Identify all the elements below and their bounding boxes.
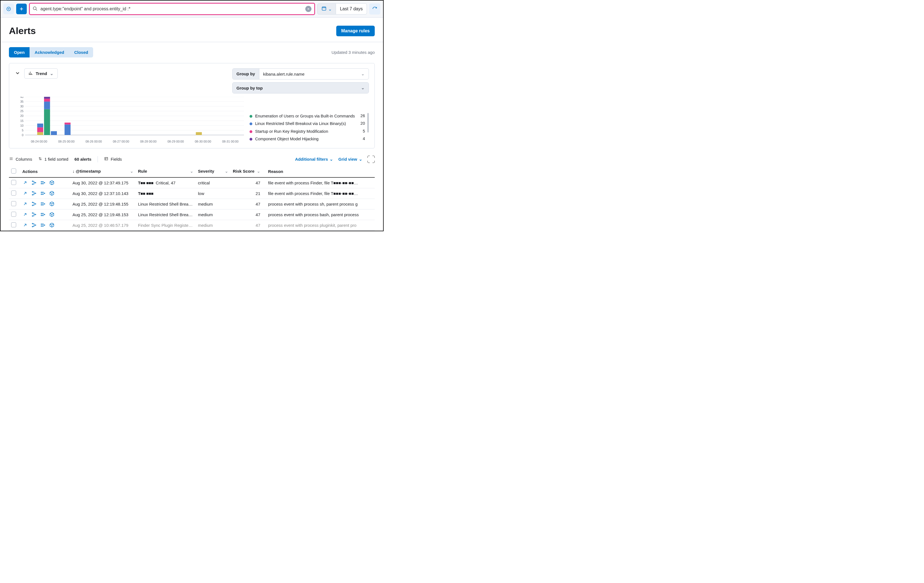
legend-item[interactable]: Component Object Model Hijacking4 — [249, 135, 365, 143]
expand-icon[interactable] — [22, 222, 28, 228]
expand-icon[interactable] — [22, 201, 28, 207]
row-checkbox[interactable] — [11, 201, 16, 206]
analyzer-icon[interactable] — [31, 190, 37, 196]
columns-icon — [9, 157, 13, 162]
svg-rect-63 — [43, 213, 43, 214]
table-row: Aug 25, 2022 @ 12:19:48.153Linux Restric… — [9, 209, 375, 220]
col-severity[interactable]: Severity⌄ — [196, 166, 231, 177]
chevron-down-icon: ⌄ — [359, 157, 363, 162]
calendar-icon — [322, 6, 327, 12]
svg-text:0: 0 — [22, 133, 23, 137]
chart-x-axis: 08-24 00:0008-25 00:0008-26 00:0008-27 0… — [15, 140, 244, 143]
legend-item[interactable]: Startup or Run Key Registry Modification… — [249, 128, 365, 135]
cell-rule[interactable]: Linux Restricted Shell Brea… — [136, 198, 196, 209]
cell-timestamp: Aug 25, 2022 @ 10:46:57.179 — [70, 220, 136, 230]
cube-icon[interactable] — [49, 201, 54, 207]
svg-rect-41 — [44, 182, 45, 183]
manage-rules-button[interactable]: Manage rules — [336, 26, 375, 36]
cell-rule[interactable]: T■■ ■■■ Critical, 47 — [136, 177, 196, 188]
row-checkbox[interactable] — [11, 190, 16, 195]
svg-point-58 — [32, 213, 33, 214]
cell-timestamp: Aug 25, 2022 @ 12:19:48.153 — [70, 209, 136, 220]
status-tabs: Open Acknowledged Closed — [9, 47, 93, 58]
group-by-selector[interactable]: Group by kibana.alert.rule.name ⌄ — [232, 68, 369, 79]
analyzer-icon[interactable] — [31, 201, 37, 207]
tab-acknowledged[interactable]: Acknowledged — [30, 47, 69, 58]
row-checkbox[interactable] — [11, 212, 16, 217]
sort-button[interactable]: 1 field sorted — [38, 157, 68, 162]
session-icon[interactable] — [40, 201, 46, 207]
fields-label: Fields — [111, 157, 122, 162]
columns-label: Columns — [16, 157, 32, 162]
svg-point-52 — [35, 204, 36, 205]
legend-item[interactable]: Linux Restricted Shell Breakout via Linu… — [249, 120, 365, 128]
cell-risk: 47 — [231, 209, 266, 220]
filter-toggle-button[interactable] — [3, 3, 14, 14]
cube-icon[interactable] — [49, 212, 54, 217]
cube-icon[interactable] — [49, 180, 54, 185]
row-checkbox[interactable] — [11, 180, 16, 185]
svg-rect-64 — [43, 215, 43, 216]
cell-rule[interactable]: T■■ ■■■ — [136, 188, 196, 198]
legend-count: 4 — [360, 136, 365, 141]
tab-open[interactable]: Open — [9, 47, 30, 58]
svg-point-35 — [32, 184, 33, 185]
legend-item[interactable]: Enumeration of Users or Groups via Built… — [249, 112, 365, 120]
select-all-checkbox[interactable] — [11, 168, 16, 173]
svg-rect-46 — [41, 194, 42, 195]
table-row: Aug 25, 2022 @ 12:19:48.155Linux Restric… — [9, 198, 375, 209]
session-icon[interactable] — [40, 190, 46, 196]
col-timestamp[interactable]: ↓ @timestamp⌄ — [70, 166, 136, 177]
date-range-button[interactable]: Last 7 days — [336, 3, 367, 15]
row-checkbox[interactable] — [11, 222, 16, 227]
add-filter-button[interactable] — [16, 3, 27, 14]
columns-button[interactable]: Columns — [9, 157, 32, 162]
cube-icon[interactable] — [49, 190, 54, 196]
filter-icon — [6, 7, 11, 12]
session-icon[interactable] — [40, 180, 46, 185]
cube-icon[interactable] — [49, 222, 54, 228]
date-quick-button[interactable]: ⌄ — [317, 3, 336, 15]
panel-collapse-toggle[interactable] — [15, 70, 20, 77]
chevron-down-icon: ⌄ — [361, 71, 365, 76]
svg-rect-47 — [43, 192, 43, 193]
svg-text:25: 25 — [20, 109, 23, 113]
tab-closed[interactable]: Closed — [69, 47, 93, 58]
alerts-table: Actions ↓ @timestamp⌄ Rule⌄ Severity⌄ Ri… — [9, 166, 375, 231]
analyzer-icon[interactable] — [31, 212, 37, 217]
group-by-top-selector[interactable]: Group by top ⌄ — [232, 82, 369, 93]
svg-rect-71 — [43, 224, 43, 225]
col-risk[interactable]: Risk Score⌄ — [231, 166, 266, 177]
fullscreen-button[interactable] — [368, 156, 375, 163]
legend-scrollbar[interactable] — [367, 113, 369, 132]
svg-text:35: 35 — [20, 100, 23, 103]
clear-query-button[interactable] — [305, 6, 312, 12]
expand-icon[interactable] — [22, 212, 28, 217]
svg-point-43 — [32, 195, 33, 195]
svg-rect-70 — [41, 226, 42, 226]
cell-timestamp: Aug 25, 2022 @ 12:19:48.155 — [70, 198, 136, 209]
analyzer-icon[interactable] — [31, 180, 37, 185]
grid-view-button[interactable]: Grid view ⌄ — [338, 157, 363, 162]
cell-rule[interactable]: Finder Sync Plugin Register… — [136, 220, 196, 230]
cell-severity: low — [196, 188, 231, 198]
svg-rect-27 — [44, 99, 50, 102]
svg-rect-53 — [41, 203, 42, 204]
col-rule[interactable]: Rule⌄ — [136, 166, 196, 177]
svg-point-36 — [35, 182, 36, 183]
query-input[interactable] — [40, 7, 302, 12]
additional-filters-button[interactable]: Additional filters ⌄ — [295, 157, 333, 162]
cell-rule[interactable]: Linux Restricted Shell Brea… — [136, 209, 196, 220]
cell-risk: 47 — [231, 220, 266, 230]
trend-selector[interactable]: Trend ⌄ — [24, 68, 58, 79]
session-icon[interactable] — [40, 212, 46, 217]
legend-count: 20 — [358, 121, 365, 126]
session-icon[interactable] — [40, 222, 46, 228]
refresh-button[interactable] — [369, 3, 380, 15]
expand-icon[interactable] — [22, 190, 28, 196]
svg-rect-48 — [43, 194, 43, 195]
analyzer-icon[interactable] — [31, 222, 37, 228]
expand-icon[interactable] — [22, 180, 28, 185]
col-reason[interactable]: Reason — [266, 166, 375, 177]
fields-button[interactable]: Fields — [104, 157, 122, 162]
